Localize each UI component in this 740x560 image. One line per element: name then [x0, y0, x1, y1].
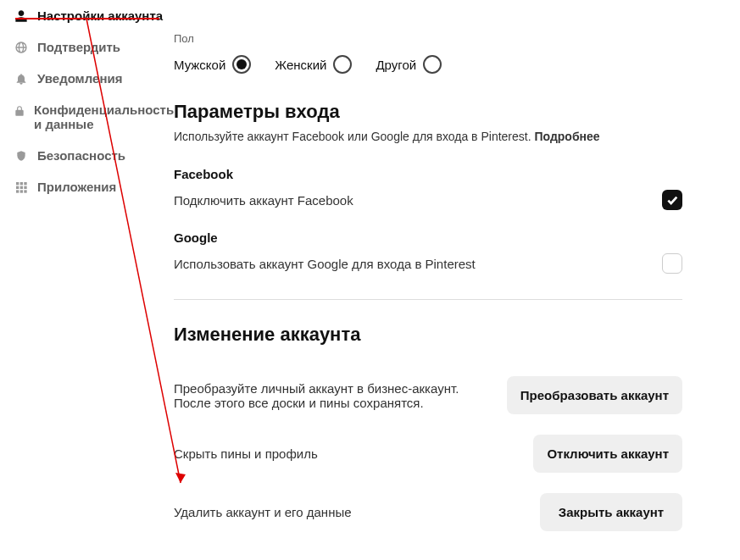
close-account-button[interactable]: Закрыть аккаунт — [540, 493, 682, 531]
gender-female-label: Женский — [275, 58, 326, 72]
close-account-desc: Удалить аккаунт и его данные — [174, 505, 523, 519]
sidebar-item-label: Уведомления — [37, 71, 122, 86]
section-divider — [174, 299, 682, 300]
login-options-heading: Параметры входа — [174, 101, 682, 123]
facebook-label: Facebook — [174, 167, 682, 181]
bell-icon — [14, 72, 29, 86]
sidebar-item-label: Безопасность — [37, 148, 125, 163]
facebook-desc: Подключить аккаунт Facebook — [174, 193, 353, 208]
svg-rect-1 — [20, 182, 23, 185]
svg-rect-8 — [24, 190, 26, 192]
login-options-section: Параметры входа Используйте аккаунт Face… — [174, 101, 682, 300]
lock-icon — [14, 104, 25, 118]
deactivate-account-row: Скрыть пины и профиль Отключить аккаунт — [174, 435, 682, 473]
gender-female-radio[interactable] — [333, 55, 352, 74]
sidebar-item-notifications[interactable]: Уведомления — [0, 63, 165, 94]
sidebar-item-account-settings[interactable]: Настройки аккаунта — [0, 0, 165, 31]
svg-rect-2 — [24, 182, 26, 185]
gender-radio-group: Мужской Женский Другой — [174, 55, 682, 74]
google-desc: Использовать аккаунт Google для входа в … — [174, 257, 476, 271]
sidebar-item-label: Подтвердить — [37, 40, 120, 54]
gender-label: Пол — [174, 32, 682, 45]
close-account-row: Удалить аккаунт и его данные Закрыть акк… — [174, 493, 682, 531]
sidebar-item-security[interactable]: Безопасность — [0, 140, 165, 171]
account-changes-section: Изменение аккаунта Преобразуйте личный а… — [174, 324, 682, 531]
account-changes-heading: Изменение аккаунта — [174, 324, 682, 346]
person-icon — [14, 9, 29, 23]
convert-account-button[interactable]: Преобразовать аккаунт — [507, 376, 682, 414]
sidebar-item-privacy[interactable]: Конфиденциальность и данные — [0, 94, 165, 140]
apps-icon — [14, 180, 29, 194]
deactivate-account-desc: Скрыть пины и профиль — [174, 446, 516, 461]
google-block: Google Использовать аккаунт Google для в… — [174, 230, 682, 274]
shield-icon — [14, 149, 29, 163]
sidebar-item-label: Конфиденциальность и данные — [34, 103, 174, 131]
deactivate-account-button[interactable]: Отключить аккаунт — [533, 435, 682, 473]
google-label: Google — [174, 230, 682, 245]
svg-rect-6 — [16, 190, 19, 192]
login-desc-text: Используйте аккаунт Facebook или Google … — [174, 130, 534, 143]
globe-icon — [14, 41, 29, 54]
sidebar-item-label: Настройки аккаунта — [37, 8, 163, 23]
main-content: Пол Мужской Женский Другой Параметры вхо… — [165, 0, 740, 552]
login-more-link[interactable]: Подробнее — [534, 130, 599, 143]
convert-account-row: Преобразуйте личный аккаунт в бизнес-акк… — [174, 376, 682, 414]
sidebar-item-apps[interactable]: Приложения — [0, 171, 165, 202]
login-options-desc: Используйте аккаунт Facebook или Google … — [174, 130, 682, 143]
svg-rect-4 — [20, 186, 23, 188]
sidebar-item-label: Приложения — [37, 180, 116, 194]
gender-male-radio[interactable] — [232, 55, 251, 74]
svg-rect-5 — [24, 186, 26, 188]
gender-male-label: Мужской — [174, 58, 225, 72]
facebook-block: Facebook Подключить аккаунт Facebook — [174, 167, 682, 210]
svg-rect-0 — [16, 182, 19, 185]
gender-other-radio[interactable] — [423, 55, 442, 74]
sidebar-item-claim[interactable]: Подтвердить — [0, 31, 165, 63]
svg-rect-7 — [20, 190, 23, 192]
convert-account-desc: Преобразуйте личный аккаунт в бизнес-акк… — [174, 381, 490, 410]
gender-other-label: Другой — [376, 58, 416, 72]
google-toggle[interactable] — [662, 253, 682, 274]
facebook-toggle[interactable] — [662, 190, 682, 210]
svg-rect-3 — [16, 186, 19, 188]
settings-sidebar: Настройки аккаунта Подтвердить Уведомлен… — [0, 0, 165, 552]
